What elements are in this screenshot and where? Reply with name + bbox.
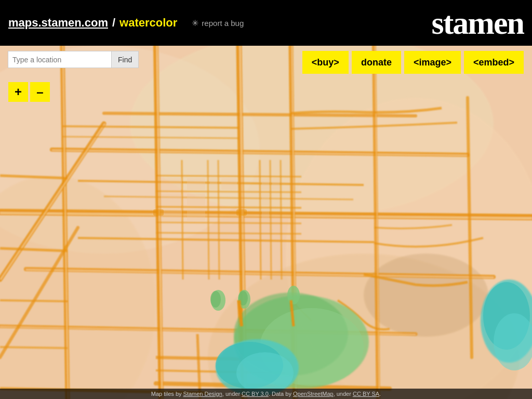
- search-bar: Find: [8, 51, 139, 68]
- image-button[interactable]: <image>: [404, 51, 461, 74]
- map-canvas: [0, 46, 532, 399]
- footer-attribution: Map tiles by Stamen Design, under CC BY …: [0, 389, 532, 399]
- find-button[interactable]: Find: [112, 51, 139, 68]
- svg-rect-75: [210, 178, 217, 190]
- map-container[interactable]: [0, 46, 532, 399]
- slash: /: [112, 16, 115, 30]
- svg-line-34: [156, 176, 301, 177]
- svg-point-62: [236, 352, 294, 394]
- footer-text: Map tiles by Stamen Design, under CC BY …: [151, 391, 381, 397]
- svg-line-39: [182, 160, 183, 280]
- svg-rect-73: [161, 178, 182, 190]
- zoom-controls: + –: [8, 82, 50, 102]
- header: maps.stamen.com / watercolor ✳ report a …: [0, 0, 532, 46]
- svg-rect-77: [262, 178, 269, 190]
- site-link[interactable]: maps.stamen.com: [8, 16, 108, 30]
- svg-rect-81: [262, 194, 269, 205]
- svg-rect-79: [161, 194, 182, 205]
- svg-line-49: [0, 300, 68, 301]
- stamen-logo: stamen: [432, 5, 524, 42]
- svg-rect-76: [221, 178, 237, 190]
- svg-rect-82: [161, 209, 182, 221]
- action-buttons: <buy> donate <image> <embed>: [302, 51, 524, 74]
- bug-icon: ✳: [192, 18, 198, 28]
- zoom-in-button[interactable]: +: [8, 82, 28, 102]
- svg-line-35: [156, 191, 301, 192]
- buy-button[interactable]: <buy>: [302, 51, 349, 74]
- zoom-out-button[interactable]: –: [30, 82, 50, 102]
- svg-line-43: [270, 160, 271, 280]
- embed-button[interactable]: <embed>: [464, 51, 524, 74]
- svg-line-42: [260, 160, 261, 280]
- svg-line-44: [281, 160, 282, 280]
- bug-label: report a bug: [202, 19, 244, 28]
- bug-link[interactable]: ✳ report a bug: [192, 18, 244, 28]
- svg-rect-74: [187, 178, 205, 190]
- svg-rect-78: [272, 178, 280, 190]
- header-left: maps.stamen.com / watercolor ✳ report a …: [8, 16, 244, 30]
- svg-rect-83: [187, 209, 205, 221]
- svg-line-50: [0, 347, 68, 348]
- svg-line-41: [218, 160, 219, 280]
- svg-line-40: [208, 160, 209, 280]
- watercolor-link[interactable]: watercolor: [119, 16, 177, 30]
- stamen-design-link[interactable]: Stamen Design: [183, 391, 222, 397]
- cc-by-sa-link[interactable]: CC BY SA: [353, 391, 379, 397]
- svg-rect-86: [236, 209, 247, 216]
- donate-button[interactable]: donate: [352, 51, 401, 74]
- svg-line-38: [156, 233, 301, 234]
- svg-line-36: [156, 207, 301, 208]
- svg-line-37: [156, 222, 301, 223]
- search-input[interactable]: [8, 51, 112, 68]
- svg-rect-80: [187, 194, 205, 205]
- svg-point-70: [287, 286, 300, 304]
- svg-rect-84: [262, 209, 269, 221]
- osm-link[interactable]: OpenStreetMap: [293, 391, 334, 397]
- svg-point-67: [210, 291, 221, 308]
- cc-by-link[interactable]: CC BY 3.0: [242, 391, 269, 397]
- svg-rect-85: [153, 209, 164, 216]
